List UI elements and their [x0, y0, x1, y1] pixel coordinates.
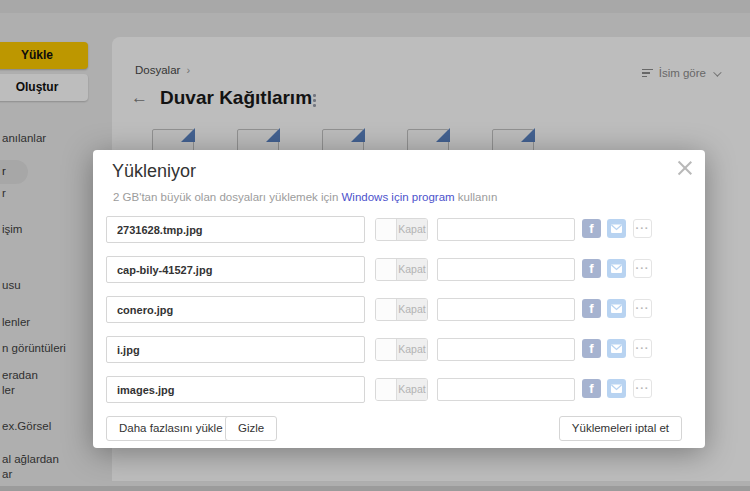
cancel-uploads-button[interactable]: Yüklemeleri iptal et: [559, 416, 682, 441]
toggle-knob: [376, 379, 397, 400]
dialog-title: Yükleniyor: [112, 161, 196, 182]
hide-button[interactable]: Gizle: [225, 416, 277, 441]
facebook-share-icon[interactable]: f: [582, 379, 601, 398]
upload-more-button[interactable]: Daha fazlasını yükle: [106, 416, 236, 441]
toggle-knob: [376, 299, 397, 320]
more-options-icon[interactable]: ···: [633, 259, 652, 278]
filename-input[interactable]: [106, 296, 365, 323]
more-options-icon[interactable]: ···: [633, 299, 652, 318]
filename-input[interactable]: [106, 376, 365, 403]
progress-bar: [437, 218, 575, 241]
windows-program-link[interactable]: Windows için program: [341, 191, 454, 203]
mail-share-icon[interactable]: [607, 219, 626, 238]
filename-input[interactable]: [106, 256, 365, 283]
close-toggle[interactable]: Kapat: [375, 218, 428, 241]
toggle-knob: [376, 339, 397, 360]
close-toggle[interactable]: Kapat: [375, 378, 428, 401]
toggle-knob: [376, 219, 397, 240]
mail-share-icon[interactable]: [607, 379, 626, 398]
mail-share-icon[interactable]: [607, 339, 626, 358]
toggle-knob: [376, 259, 397, 280]
upload-row: × Kapat f ···: [93, 336, 705, 364]
facebook-share-icon[interactable]: f: [582, 339, 601, 358]
facebook-share-icon[interactable]: f: [582, 259, 601, 278]
upload-row: × Kapat f ···: [93, 296, 705, 324]
upload-dialog: Yükleniyor 2 GB'tan büyük olan dosyaları…: [93, 150, 705, 448]
more-options-icon[interactable]: ···: [633, 219, 652, 238]
close-toggle[interactable]: Kapat: [375, 258, 428, 281]
more-options-icon[interactable]: ···: [633, 379, 652, 398]
facebook-share-icon[interactable]: f: [582, 299, 601, 318]
mail-share-icon[interactable]: [607, 259, 626, 278]
more-options-icon[interactable]: ···: [633, 339, 652, 358]
upload-row: × Kapat f ···: [93, 216, 705, 244]
progress-bar: [437, 378, 575, 401]
progress-bar: [437, 338, 575, 361]
size-limit-note: 2 GB'tan büyük olan dosyaları yüklemek i…: [113, 191, 497, 203]
facebook-share-icon[interactable]: f: [582, 219, 601, 238]
progress-bar: [437, 258, 575, 281]
close-toggle[interactable]: Kapat: [375, 298, 428, 321]
upload-row: × Kapat f ···: [93, 376, 705, 404]
mail-share-icon[interactable]: [607, 299, 626, 318]
yandex-disk-page: Dosyalar› ← Duvar Kağıtlarım İsim göre Y…: [0, 0, 750, 491]
progress-bar: [437, 298, 575, 321]
filename-input[interactable]: [106, 336, 365, 363]
upload-row: × Kapat f ···: [93, 256, 705, 284]
close-icon[interactable]: [675, 158, 695, 178]
filename-input[interactable]: [106, 216, 365, 243]
close-toggle[interactable]: Kapat: [375, 338, 428, 361]
